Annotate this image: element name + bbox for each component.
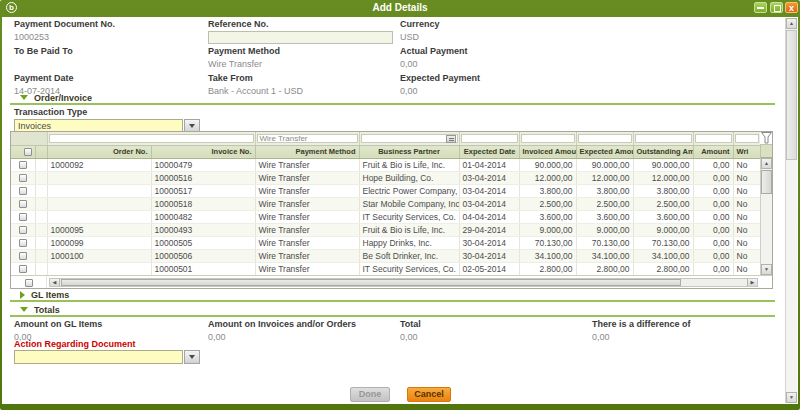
cell-invoice: 10000493 [151, 223, 255, 236]
header-order-no[interactable]: Order No. [47, 145, 151, 158]
expand-triangle-icon [20, 291, 25, 299]
cell-expected: 2.800,00 [576, 262, 633, 275]
row-checkbox[interactable] [19, 187, 27, 195]
grid-hscroll-thumb[interactable] [61, 279, 681, 286]
grid-row[interactable]: 10000517Wire TransferElectric Power Comp… [11, 184, 760, 197]
select-all-checkbox[interactable] [11, 145, 35, 158]
header-expected-amount[interactable]: Expected Amount [576, 145, 633, 158]
row-checkbox[interactable] [19, 239, 27, 247]
dialog-scrollbar-thumb[interactable] [786, 30, 797, 160]
row-checkbox[interactable] [19, 226, 27, 234]
filter-outstanding-amount[interactable] [633, 132, 693, 145]
section-totals[interactable]: Totals [10, 304, 775, 317]
filter-business-partner[interactable] [359, 132, 459, 145]
grid-row[interactable]: 100009510000493Wire TransferFruit & Bio … [11, 223, 760, 236]
action-regarding-document-select[interactable] [14, 350, 200, 364]
action-value[interactable] [14, 350, 183, 364]
row-checkbox-cell [11, 210, 35, 223]
section-order-invoice[interactable]: Order/Invoice [10, 92, 775, 105]
bottom-row-checkbox-cell [11, 276, 47, 288]
header-invoiced-amount[interactable]: Invoiced Amount [519, 145, 576, 158]
scroll-up-icon[interactable]: ▲ [761, 158, 772, 169]
cell-outstanding: 9.000,00 [633, 223, 693, 236]
cell-amount: 0,00 [693, 197, 733, 210]
scroll-down-icon[interactable]: ▼ [761, 264, 772, 275]
row-checkbox[interactable] [19, 265, 27, 273]
grid-hscroll-track[interactable]: ◀ ▶ [49, 278, 758, 287]
chevron-down-icon[interactable] [184, 350, 200, 364]
filter-invoiced-amount[interactable] [519, 132, 576, 145]
row-checkbox-cell [11, 158, 35, 171]
cell-date: 04-04-2014 [459, 210, 519, 223]
row-checkbox[interactable] [19, 174, 27, 182]
cell-invoiced: 9.000,00 [519, 223, 576, 236]
cell-amount: 0,00 [693, 184, 733, 197]
grid-row[interactable]: 100009910000505Wire TransferHappy Drinks… [11, 236, 760, 249]
filter-writeoff[interactable] [733, 132, 760, 145]
spacer-cell [35, 210, 47, 223]
scroll-right-icon[interactable]: ▶ [747, 279, 757, 286]
section-title: Totals [34, 305, 60, 315]
row-checkbox[interactable] [19, 252, 27, 260]
scroll-left-icon[interactable]: ◀ [50, 279, 60, 286]
grid-row[interactable]: 100009210000479Wire TransferFruit & Bio … [11, 158, 760, 171]
grid-vscroll-track[interactable]: ▲ ▼ [760, 158, 772, 275]
filter-funnel-icon[interactable] [761, 132, 772, 144]
filter-picker-icon[interactable] [446, 135, 456, 143]
dialog-scrollbar[interactable]: ▲ ▼ [785, 18, 797, 403]
cell-method: Wire Transfer [255, 197, 359, 210]
scroll-up-icon[interactable]: ▲ [786, 18, 797, 29]
row-checkbox[interactable] [19, 200, 27, 208]
grid-header-row: Order No. Invoice No. Payment Method Bus… [11, 145, 760, 158]
cell-expected: 70.130,00 [576, 236, 633, 249]
cell-invoice: 10000516 [151, 171, 255, 184]
header-outstanding-amount[interactable]: Outstanding Amount [633, 145, 693, 158]
field-label: Currency [400, 19, 590, 29]
cell-outstanding: 3.800,00 [633, 184, 693, 197]
header-invoice-no[interactable]: Invoice No. [151, 145, 255, 158]
filter-order-invoice[interactable] [47, 132, 255, 145]
cell-invoice: 10000479 [151, 158, 255, 171]
header-expected-date[interactable]: Expected Date [459, 145, 519, 158]
cell-outstanding: 12.000,00 [633, 171, 693, 184]
filter-expected-date[interactable] [459, 132, 519, 145]
cell-method: Wire Transfer [255, 223, 359, 236]
transaction-type-field: Transaction Type Invoices [14, 107, 200, 133]
grid-row[interactable]: 10000518Wire TransferStar Mobile Company… [11, 197, 760, 210]
header-writeoff[interactable]: Wri [733, 145, 760, 158]
spacer-header [35, 145, 47, 158]
cancel-button[interactable]: Cancel [407, 387, 451, 402]
reference-no-input[interactable] [208, 31, 393, 44]
grid-row[interactable]: 10000516Wire TransferHope Building, Co.0… [11, 171, 760, 184]
close-icon[interactable]: x [785, 2, 798, 13]
header-amount[interactable]: Amount [693, 145, 733, 158]
header-business-partner[interactable]: Business Partner [359, 145, 459, 158]
restore-icon[interactable] [770, 2, 783, 13]
grid-row[interactable]: 10000482Wire TransferIT Security Service… [11, 210, 760, 223]
section-gl-items[interactable]: GL Items [10, 289, 775, 302]
cell-writeoff: No [733, 236, 760, 249]
done-button[interactable]: Done [350, 387, 390, 402]
funnel-cell [760, 132, 772, 145]
filter-amount[interactable] [693, 132, 733, 145]
cell-order [47, 210, 151, 223]
row-checkbox[interactable] [19, 213, 27, 221]
field-label: Payment Method [208, 46, 398, 56]
row-checkbox[interactable] [19, 161, 27, 169]
cell-writeoff: No [733, 249, 760, 262]
row-checkbox[interactable] [25, 279, 33, 287]
field-label: Take From [208, 73, 398, 83]
grid-vscroll-thumb[interactable] [761, 170, 772, 194]
dialog-titlebar[interactable]: b Add Details x [0, 0, 800, 17]
minimize-icon[interactable] [754, 2, 767, 13]
grid-row[interactable]: 10000501Wire TransferIT Security Service… [11, 262, 760, 275]
grid-row[interactable]: 100010010000506Wire TransferBe Soft Drin… [11, 249, 760, 262]
grid-horizontal-scrollbar: ◀ ▶ [11, 275, 772, 288]
scroll-down-icon[interactable]: ▼ [786, 392, 797, 403]
cell-invoice: 10000505 [151, 236, 255, 249]
filter-payment-method[interactable]: Wire Transfer [255, 132, 359, 145]
header-payment-method[interactable]: Payment Method [255, 145, 359, 158]
filter-expected-amount[interactable] [576, 132, 633, 145]
field-value: 1000253 [14, 32, 204, 42]
field-total: Total 0,00 [400, 319, 590, 342]
